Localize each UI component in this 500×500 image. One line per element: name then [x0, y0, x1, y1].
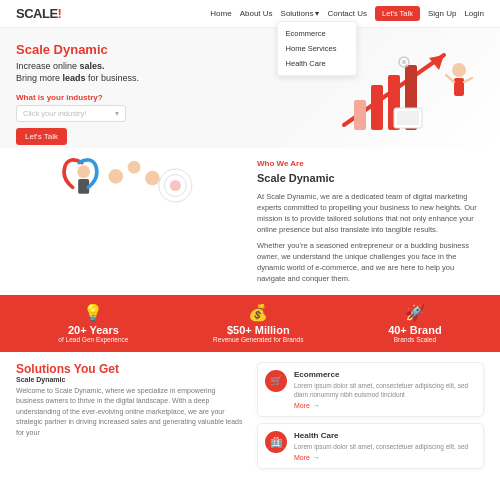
- solution-card-ecommerce-content: Ecommerce Lorem ipsum dolor sit amet, co…: [294, 370, 476, 409]
- hero-section: Scale Dynamic Increase online sales. Bri…: [0, 28, 500, 148]
- solution-card-healthcare-content: Health Care Lorem ipsum dolor sit amet, …: [294, 431, 468, 461]
- industry-label: What is your industry?: [16, 93, 284, 102]
- solutions-section: Solutions You Get Scale Dynamic Welcome …: [0, 352, 500, 479]
- hero-cta-button[interactable]: Let's Talk: [16, 128, 67, 145]
- stat-revenue-icon: 💰: [213, 303, 303, 322]
- who-title: Scale Dynamic: [257, 170, 484, 187]
- hero-subtitle: Increase online sales. Bring more leads …: [16, 60, 284, 85]
- dropdown-home-services[interactable]: Home Services: [278, 41, 356, 56]
- svg-point-11: [402, 60, 406, 64]
- who-subtitle: Who We Are: [257, 158, 484, 170]
- ecommerce-icon: 🛒: [265, 370, 287, 392]
- industry-dropdown[interactable]: Click your industry! ▾: [16, 105, 126, 122]
- who-illustration-area: [16, 158, 243, 285]
- dropdown-chevron-icon: ▾: [115, 109, 119, 118]
- healthcare-icon: 🏥: [265, 431, 287, 453]
- ecommerce-more-link[interactable]: More →: [294, 402, 476, 409]
- svg-point-18: [145, 171, 160, 186]
- healthcare-title: Health Care: [294, 431, 468, 440]
- svg-point-17: [128, 161, 141, 174]
- svg-point-21: [170, 180, 181, 191]
- solutions-dropdown: Ecommerce Home Services Health Care: [277, 21, 357, 76]
- nav-about[interactable]: About Us: [240, 9, 273, 18]
- logo-exclaim: !: [58, 6, 62, 21]
- stat-years-label: of Lead Gen Experience: [58, 336, 128, 344]
- stat-years-number: 20+ Years: [58, 324, 128, 336]
- solutions-title: Solutions You Get: [16, 362, 243, 376]
- svg-point-6: [452, 63, 466, 77]
- logo-text: SCALE: [16, 6, 58, 21]
- svg-rect-13: [397, 111, 419, 125]
- solutions-cards: 🛒 Ecommerce Lorem ipsum dolor sit amet, …: [257, 362, 484, 469]
- stat-revenue-number: $50+ Million: [213, 324, 303, 336]
- solution-card-ecommerce: 🛒 Ecommerce Lorem ipsum dolor sit amet, …: [257, 362, 484, 417]
- svg-line-8: [446, 75, 454, 82]
- stats-bar: 💡 20+ Years of Lead Gen Experience 💰 $50…: [0, 295, 500, 352]
- arrow-right-icon-2: →: [313, 454, 320, 461]
- svg-rect-2: [354, 100, 366, 130]
- dropdown-ecommerce[interactable]: Ecommerce: [278, 26, 356, 41]
- logo: SCALE!: [16, 6, 61, 21]
- svg-line-9: [464, 78, 472, 82]
- stat-revenue-label: Revenue Generated for Brands: [213, 336, 303, 344]
- ecommerce-text: Lorem ipsum dolor sit amet, consectetuer…: [294, 381, 476, 399]
- nav-links: Home About Us Solutions ▾ Ecommerce Home…: [210, 6, 484, 21]
- industry-placeholder: Click your industry!: [23, 109, 86, 118]
- stat-brands: 🚀 40+ Brand Brands Scaled: [388, 303, 442, 344]
- nav-login[interactable]: Login: [464, 9, 484, 18]
- healthcare-more-link[interactable]: More →: [294, 454, 468, 461]
- nav-contact[interactable]: Contact Us: [327, 9, 367, 18]
- solutions-arrow: ▾: [315, 9, 319, 18]
- stat-revenue: 💰 $50+ Million Revenue Generated for Bra…: [213, 303, 303, 344]
- nav-home[interactable]: Home: [210, 9, 231, 18]
- nav-cta-button[interactable]: Let's Talk: [375, 6, 420, 21]
- who-body-1: At Scale Dynamic, we are a dedicated tea…: [257, 191, 484, 236]
- hero-content: Scale Dynamic Increase online sales. Bri…: [16, 40, 284, 145]
- who-svg: [16, 158, 243, 213]
- who-body-2: Whether you're a seasoned entrepreneur o…: [257, 240, 484, 285]
- svg-rect-3: [371, 85, 383, 130]
- svg-point-14: [77, 165, 90, 178]
- svg-point-16: [108, 169, 123, 184]
- healthcare-text: Lorem ipsum dolor sit amet, consectetuer…: [294, 442, 468, 451]
- arrow-right-icon: →: [313, 402, 320, 409]
- solution-card-healthcare: 🏥 Health Care Lorem ipsum dolor sit amet…: [257, 423, 484, 469]
- nav-solutions[interactable]: Solutions ▾ Ecommerce Home Services Heal…: [281, 9, 320, 18]
- stat-brands-number: 40+ Brand: [388, 324, 442, 336]
- stat-years: 💡 20+ Years of Lead Gen Experience: [58, 303, 128, 344]
- stat-brands-icon: 🚀: [388, 303, 442, 322]
- stat-years-icon: 💡: [58, 303, 128, 322]
- dropdown-health-care[interactable]: Health Care: [278, 56, 356, 71]
- solutions-body: Welcome to Scale Dynamic, where we speci…: [16, 386, 243, 439]
- svg-rect-7: [454, 78, 464, 96]
- solutions-content: Solutions You Get Scale Dynamic Welcome …: [16, 362, 243, 469]
- hero-title: Scale Dynamic: [16, 42, 284, 58]
- who-content: Who We Are Scale Dynamic At Scale Dynami…: [257, 158, 484, 285]
- navbar: SCALE! Home About Us Solutions ▾ Ecommer…: [0, 0, 500, 28]
- ecommerce-title: Ecommerce: [294, 370, 476, 379]
- stat-brands-label: Brands Scaled: [388, 336, 442, 344]
- solutions-subtitle: Scale Dynamic: [16, 376, 243, 383]
- nav-signup[interactable]: Sign Up: [428, 9, 456, 18]
- who-we-are-section: Who We Are Scale Dynamic At Scale Dynami…: [0, 148, 500, 295]
